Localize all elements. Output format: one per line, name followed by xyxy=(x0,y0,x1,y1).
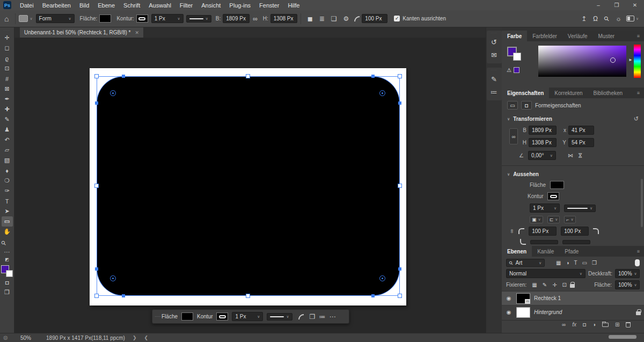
shape-width-input[interactable]: 1809 Px xyxy=(223,14,250,23)
layer-thumbnail[interactable] xyxy=(516,307,530,318)
home-icon[interactable]: ⌂ xyxy=(4,14,9,23)
menu-ebene[interactable]: Ebene xyxy=(93,2,119,9)
add-mask-icon[interactable]: ◘ xyxy=(583,322,586,328)
gradient-tool[interactable]: ▧ xyxy=(2,155,13,165)
stroke-style-select[interactable]: ∨ xyxy=(564,205,596,212)
color-wells[interactable] xyxy=(507,47,521,61)
color-picker-marker[interactable] xyxy=(610,57,616,63)
more-options-icon[interactable]: ⋯ xyxy=(329,313,335,321)
menu-fenster[interactable]: Fenster xyxy=(255,2,283,9)
context-stroke-style-select[interactable]: ∨ xyxy=(267,313,292,321)
status-prev-icon[interactable]: ❮ xyxy=(144,335,149,340)
tab-farbe[interactable]: Farbe xyxy=(502,31,527,41)
tab-bibliotheken[interactable]: Bibliotheken xyxy=(588,88,628,98)
object-selection-tool[interactable]: ⊡ xyxy=(2,63,13,74)
fill-opacity-input[interactable]: 100% ∨ xyxy=(615,280,640,289)
workspace-icon[interactable] xyxy=(626,16,634,21)
corner-radius-input[interactable]: 100 Px xyxy=(362,14,387,23)
link-radii-icon[interactable]: ∞ xyxy=(509,229,515,233)
transform-handle[interactable] xyxy=(246,74,250,78)
layer-row-rechteck[interactable]: ◉ ▭ Rechteck 1 xyxy=(502,291,644,305)
lock-transparency-icon[interactable]: ▦ xyxy=(532,282,537,288)
anchor-point[interactable] xyxy=(95,101,98,105)
anchor-point[interactable] xyxy=(398,267,401,271)
visibility-eye-icon[interactable]: ◉ xyxy=(505,295,513,301)
tab-close-icon[interactable]: ✕ xyxy=(135,30,139,35)
anchor-point[interactable] xyxy=(398,101,401,105)
tab-eigenschaften[interactable]: Eigenschaften xyxy=(502,88,549,98)
menu-filter[interactable]: Filter xyxy=(175,2,197,9)
history-brush-tool[interactable]: ↶ xyxy=(2,135,13,145)
stroke-swatch[interactable] xyxy=(547,192,559,200)
panel-scrollbar[interactable] xyxy=(641,179,643,227)
quick-mask-icon[interactable]: ◘ xyxy=(2,277,13,287)
close-button[interactable]: ✕ xyxy=(626,2,644,8)
context-corner-radius-icon[interactable] xyxy=(298,314,304,319)
menu-hilfe[interactable]: Hilfe xyxy=(283,2,304,9)
shape-props-icon[interactable]: ▭ xyxy=(507,101,518,110)
context-stroke-swatch[interactable] xyxy=(216,312,228,321)
gamut-swatch[interactable] xyxy=(514,67,519,73)
brush-tool[interactable]: ✎ xyxy=(2,114,13,125)
stroke-width-select[interactable]: 1 Px ∨ xyxy=(151,14,184,23)
tab-pfade[interactable]: Pfade xyxy=(559,246,584,257)
transform-handle[interactable] xyxy=(94,184,99,188)
new-group-folder-icon[interactable] xyxy=(602,323,609,327)
shape-settings-gear-icon[interactable]: ⚙ xyxy=(343,15,349,23)
stroke-style-select[interactable]: ∨ xyxy=(186,15,211,23)
document-tab[interactable]: Unbenannt-1 bei 50% (Rechteck 1, RGB/8) … xyxy=(20,27,143,38)
stroke-cap-select[interactable]: ⊏ ∨ xyxy=(547,216,560,223)
align-edges-checkbox[interactable]: ✓ xyxy=(394,16,400,21)
shape-height-input[interactable]: 1308 Px xyxy=(270,14,297,23)
tab-korrekturen[interactable]: Korrekturen xyxy=(549,88,588,98)
radius-bottom-left-input[interactable] xyxy=(530,240,558,244)
transform-y-input[interactable]: 54 Px xyxy=(568,138,594,147)
lasso-tool[interactable]: ϱ xyxy=(2,53,13,63)
tool-options-icon[interactable]: ≔ xyxy=(491,85,497,98)
transform-handle[interactable] xyxy=(398,184,402,188)
lock-all-icon[interactable] xyxy=(570,284,575,288)
visibility-eye-icon[interactable]: ◉ xyxy=(505,309,513,315)
lock-pixels-icon[interactable]: ✎ xyxy=(543,282,547,288)
marquee-tool[interactable]: ◻ xyxy=(2,43,13,53)
brush-settings-icon[interactable]: ✎ xyxy=(491,72,497,85)
dodge-tool[interactable]: ❍ xyxy=(2,176,13,186)
context-fill-swatch[interactable] xyxy=(181,312,193,321)
anchor-point[interactable] xyxy=(95,267,98,271)
menu-plugins[interactable]: Plug-ins xyxy=(225,2,255,9)
transform-x-input[interactable]: 41 Px xyxy=(568,126,594,135)
radius-top-left-input[interactable]: 100 Px xyxy=(529,227,557,236)
lock-artboard-icon[interactable]: ⊡ xyxy=(562,282,567,288)
corner-radius-handle[interactable] xyxy=(110,275,116,281)
transform-handle[interactable] xyxy=(94,294,99,298)
link-layers-icon[interactable]: ∞ xyxy=(562,322,566,328)
layer-name[interactable]: Rechteck 1 xyxy=(534,295,561,301)
screen-mode-icon[interactable]: ❐ xyxy=(2,287,13,297)
eyedropper-tool[interactable]: ✒ xyxy=(2,94,13,104)
layer-name[interactable]: Hintergrund xyxy=(534,309,562,315)
type-tool[interactable]: T xyxy=(2,196,13,206)
notifications-bell-icon[interactable]: Ω xyxy=(593,15,598,23)
tab-farbfelder[interactable]: Farbfelder xyxy=(527,31,562,41)
tab-muster[interactable]: Muster xyxy=(593,31,620,41)
transform-handle[interactable] xyxy=(246,294,250,298)
layer-filter-select[interactable]: ⚲ Art ∨ xyxy=(506,259,545,267)
eraser-tool[interactable]: ▱ xyxy=(2,145,13,155)
flip-horizontal-icon[interactable]: ⋈ xyxy=(568,152,573,158)
blend-mode-select[interactable]: Normal ∨ xyxy=(506,269,586,278)
layer-thumbnail[interactable]: ▭ xyxy=(516,293,530,304)
background-color-swatch[interactable] xyxy=(513,53,521,61)
tab-kanaele[interactable]: Kanäle xyxy=(532,246,559,257)
discover-icon[interactable]: ☼ xyxy=(616,15,621,23)
duplicate-icon[interactable]: ❐ xyxy=(310,313,316,321)
pen-tool[interactable]: ✑ xyxy=(2,186,13,196)
path-selection-tool[interactable]: ➤ xyxy=(2,206,13,216)
clone-stamp-tool[interactable]: ♟ xyxy=(2,125,13,135)
opacity-input[interactable]: 100% ∨ xyxy=(615,269,640,278)
menu-auswahl[interactable]: Auswahl xyxy=(144,2,175,9)
stroke-width-select[interactable]: 1 Px ∨ xyxy=(530,203,560,213)
layer-lock-icon[interactable] xyxy=(636,311,641,315)
layer-row-hintergrund[interactable]: ◉ Hintergrund xyxy=(502,305,644,319)
tab-verlaeufe[interactable]: Verläufe xyxy=(562,31,593,41)
menu-ansicht[interactable]: Ansicht xyxy=(197,2,225,9)
